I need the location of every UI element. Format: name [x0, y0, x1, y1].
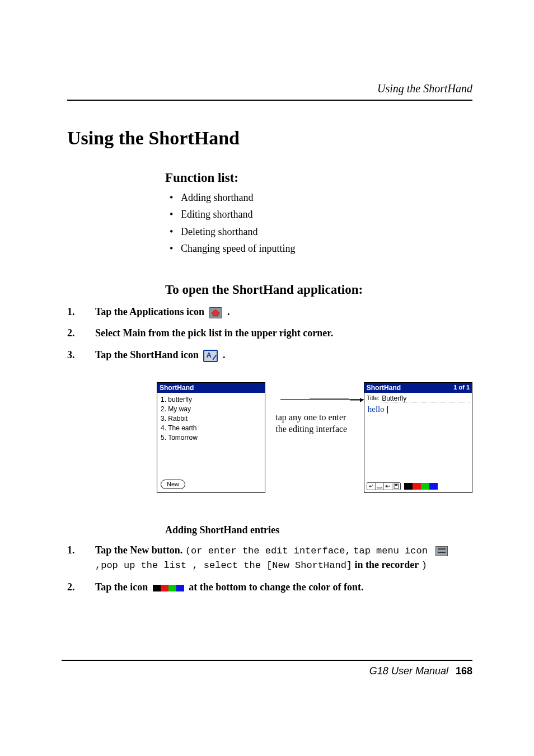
- step-mono: tap menu icon: [353, 546, 433, 556]
- svg-rect-7: [395, 484, 397, 486]
- step: Tap the New button. (or enter the edit i…: [67, 543, 472, 572]
- shorthand-icon: A: [203, 350, 218, 362]
- adding-heading: Adding ShortHand entries: [165, 523, 472, 537]
- callout-line: [310, 398, 349, 398]
- adding-section: Adding ShortHand entries: [165, 523, 472, 537]
- color-blue[interactable]: [429, 483, 438, 490]
- home-icon: [209, 307, 222, 318]
- swatch-blue: [176, 585, 184, 591]
- list-item[interactable]: 2. My way: [161, 405, 261, 414]
- swatch-green: [168, 585, 176, 591]
- step: Select Main from the pick list in the up…: [67, 326, 472, 340]
- save-icon[interactable]: [392, 483, 400, 490]
- function-list: Adding shorthand Editing shorthand Delet…: [165, 191, 472, 255]
- open-app-heading: To open the ShortHand application:: [165, 281, 472, 298]
- running-header: Using the ShortHand: [67, 81, 472, 101]
- color-swatches-icon: [153, 585, 184, 591]
- screenshot-shorthand-edit: ShortHand 1 of 1 Title: Butterfly hello: [364, 382, 472, 493]
- title-label: Title:: [367, 394, 380, 402]
- page-footer: G18 User Manual 168: [62, 660, 472, 678]
- step-mono: ): [421, 560, 427, 571]
- svg-marker-0: [211, 309, 220, 316]
- open-app-steps: Tap the Applications icon . Select Main …: [67, 305, 472, 361]
- step-text-tail: .: [223, 349, 226, 360]
- step-bold: in the recorder: [355, 559, 419, 570]
- function-list-heading: Function list:: [165, 169, 472, 186]
- new-button[interactable]: New: [161, 480, 185, 489]
- step-mono: ,pop up the list , select the [New Short…: [95, 560, 352, 571]
- step: Tap the icon at the bottom to change the…: [67, 580, 472, 594]
- list-item: Adding shorthand: [165, 191, 472, 204]
- screenshots-row: ShortHand 1. butterfly 2. My way 3. Rabb…: [157, 382, 472, 493]
- svg-marker-4: [385, 485, 387, 488]
- color-green[interactable]: [421, 483, 429, 490]
- screenshot-shorthand-list: ShortHand 1. butterfly 2. My way 3. Rabb…: [157, 382, 265, 493]
- list-item: Changing speed of inputting: [165, 242, 472, 255]
- list-item[interactable]: 3. Rabbit: [161, 414, 261, 423]
- space-icon[interactable]: [376, 483, 384, 490]
- title-input[interactable]: Butterfly: [382, 394, 470, 402]
- list-item[interactable]: 5. Tomorrow: [161, 433, 261, 442]
- color-black[interactable]: [404, 483, 413, 490]
- list-item[interactable]: 4. The earth: [161, 424, 261, 433]
- shorthand-list: 1. butterfly 2. My way 3. Rabbit 4. The …: [157, 393, 265, 445]
- function-list-section: Function list: Adding shorthand Editing …: [165, 169, 472, 255]
- step-bold: at the bottom to change the color of fon…: [189, 581, 363, 593]
- page: Using the ShortHand Using the ShortHand …: [0, 0, 534, 756]
- text-cursor: [387, 406, 388, 414]
- return-icon[interactable]: [367, 483, 376, 490]
- step: Tap the Applications icon .: [67, 305, 472, 318]
- screen-title: ShortHand: [367, 383, 401, 392]
- svg-marker-2: [360, 398, 363, 402]
- screen-page-indicator: 1 of 1: [453, 383, 470, 392]
- footer-manual: G18 User Manual: [369, 665, 448, 677]
- list-item: Deleting shorthand: [165, 225, 472, 238]
- adding-steps: Tap the New button. (or enter the edit i…: [67, 543, 472, 594]
- step-text: Tap the Applications icon: [95, 306, 207, 317]
- swatch-black: [153, 585, 161, 591]
- step-text: Select Main from the pick list in the up…: [95, 327, 333, 339]
- step-mono: (or enter the edit interface,: [185, 546, 351, 556]
- footer-page-number: 168: [456, 665, 472, 677]
- edit-toolbar: [364, 482, 472, 490]
- menu-icon: [435, 546, 448, 556]
- arrow-icon: [350, 395, 363, 406]
- screenshot-caption: tap any one to enter the editing interfa…: [275, 411, 353, 435]
- writing-area[interactable]: hello: [364, 402, 472, 483]
- screen-titlebar: ShortHand 1 of 1: [364, 383, 472, 393]
- title-field-row: Title: Butterfly: [364, 393, 472, 402]
- open-app-section: To open the ShortHand application:: [165, 281, 472, 298]
- svg-marker-3: [369, 485, 371, 487]
- toolbar-icons: [367, 482, 401, 490]
- screen-title: ShortHand: [160, 383, 194, 392]
- list-item[interactable]: 1. butterfly: [161, 395, 261, 404]
- color-palette[interactable]: [404, 483, 438, 490]
- step-text-tail: .: [227, 306, 230, 317]
- backspace-icon[interactable]: [384, 483, 392, 490]
- page-title: Using the ShortHand: [67, 125, 472, 151]
- step-text: Tap the ShortHand icon: [95, 349, 201, 360]
- step-bold: Tap the icon: [95, 581, 148, 593]
- step-bold: Tap the New button.: [95, 544, 182, 556]
- screen-titlebar: ShortHand: [157, 383, 265, 393]
- color-red[interactable]: [413, 483, 421, 490]
- list-item: Editing shorthand: [165, 208, 472, 221]
- swatch-red: [161, 585, 168, 591]
- step: Tap the ShortHand icon A .: [67, 348, 472, 362]
- written-text: hello: [368, 405, 385, 414]
